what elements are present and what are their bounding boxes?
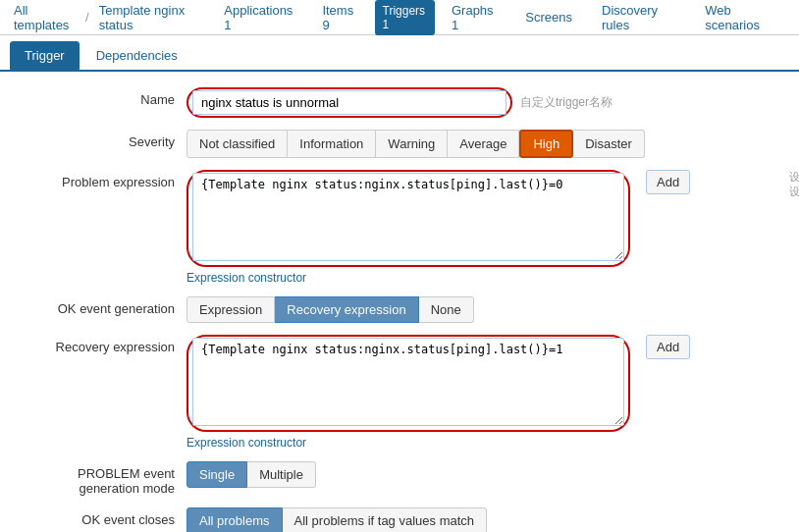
tab-trigger[interactable]: Trigger <box>10 41 80 70</box>
recovery-expression-constructor[interactable]: Expression constructor <box>186 436 779 450</box>
recovery-expression-input[interactable]: {Template nginx status:nginx.status[ping… <box>192 338 624 426</box>
name-annotation: 自定义trigger名称 <box>520 94 613 111</box>
nav-screens[interactable]: Screens <box>512 1 585 33</box>
mode-button-group: Single Multiple <box>186 461 779 488</box>
nav-items[interactable]: Items 9 <box>309 0 370 41</box>
sev-not-classified[interactable]: Not classified <box>186 130 288 158</box>
name-label: Name <box>20 87 186 107</box>
recovery-expr-oval: {Template nginx status:nginx.status[ping… <box>186 335 630 432</box>
problem-mode-control: Single Multiple <box>186 461 779 488</box>
tab-dependencies[interactable]: Dependencies <box>81 41 192 70</box>
name-input-oval <box>186 87 512 118</box>
nav-applications[interactable]: Applications 1 <box>211 0 305 41</box>
top-navigation: All templates / Template nginx status Ap… <box>0 0 799 35</box>
tab-bar: Trigger Dependencies <box>0 35 799 72</box>
template-name-link[interactable]: Template nginx status <box>95 3 208 32</box>
problem-expression-row: Problem expression {Template nginx statu… <box>20 170 779 285</box>
ok-closes-label: OK event closes <box>20 507 186 527</box>
ok-event-control: Expression Recovery expression None <box>186 296 779 323</box>
name-field-wrap: 自定义trigger名称 <box>186 87 779 118</box>
sev-warning[interactable]: Warning <box>376 130 448 158</box>
severity-row: Severity Not classified Information Warn… <box>20 130 779 158</box>
ok-none[interactable]: None <box>419 296 474 323</box>
ok-event-row: OK event generation Expression Recovery … <box>20 296 779 323</box>
problem-expr-oval: {Template nginx status:nginx.status[ping… <box>186 170 630 267</box>
main-content: Name 自定义trigger名称 Severity Not classifie… <box>0 72 799 532</box>
all-templates-link[interactable]: All templates <box>10 3 80 32</box>
recovery-expression-row: Recovery expression {Template nginx stat… <box>20 335 779 450</box>
problem-expression-control: {Template nginx status:nginx.status[ping… <box>186 170 779 285</box>
ok-recovery-expression[interactable]: Recovery expression <box>275 296 418 323</box>
sev-average[interactable]: Average <box>448 130 519 158</box>
sev-disaster[interactable]: Disaster <box>573 130 645 158</box>
nav-triggers[interactable]: Triggers 1 <box>375 0 435 35</box>
problem-annotation: 设置触发告警的条件，此外 设置为nginx ping返回值为0 <box>789 170 799 200</box>
severity-button-group: Not classified Information Warning Avera… <box>186 130 779 158</box>
mode-single[interactable]: Single <box>186 461 247 488</box>
nav-web-scenarios[interactable]: Web scenarios <box>692 0 789 41</box>
problem-mode-label: PROBLEM event generation mode <box>20 461 186 496</box>
closes-tag-match[interactable]: All problems if tag values match <box>283 507 488 532</box>
problem-expression-constructor[interactable]: Expression constructor <box>186 271 779 285</box>
ok-expression[interactable]: Expression <box>186 296 275 323</box>
nav-graphs[interactable]: Graphs 1 <box>439 0 508 41</box>
closes-all-problems[interactable]: All problems <box>186 507 283 532</box>
problem-add-button[interactable]: Add <box>646 170 690 194</box>
closes-button-group: All problems All problems if tag values … <box>186 507 779 532</box>
ok-closes-row: OK event closes All problems All problem… <box>20 507 779 532</box>
ok-event-label: OK event generation <box>20 296 186 316</box>
problem-expression-label: Problem expression <box>20 170 186 189</box>
problem-expression-input[interactable]: {Template nginx status:nginx.status[ping… <box>192 173 624 261</box>
severity-label: Severity <box>20 130 186 149</box>
recovery-expression-label: Recovery expression <box>20 335 186 354</box>
mode-multiple[interactable]: Multiple <box>247 461 316 488</box>
sev-high[interactable]: High <box>519 130 573 158</box>
recovery-expression-control: {Template nginx status:nginx.status[ping… <box>186 335 779 450</box>
problem-mode-row: PROBLEM event generation mode Single Mul… <box>20 461 779 496</box>
severity-buttons: Not classified Information Warning Avera… <box>186 130 779 158</box>
recovery-add-button[interactable]: Add <box>646 335 690 359</box>
nav-discovery-rules[interactable]: Discovery rules <box>589 0 688 41</box>
ok-closes-control: All problems All problems if tag values … <box>186 507 779 532</box>
name-row: Name 自定义trigger名称 <box>20 87 779 118</box>
nav-separator: / <box>85 10 89 25</box>
sev-information[interactable]: Information <box>288 130 376 158</box>
name-input[interactable] <box>192 90 506 115</box>
ok-button-group: Expression Recovery expression None <box>186 296 779 323</box>
